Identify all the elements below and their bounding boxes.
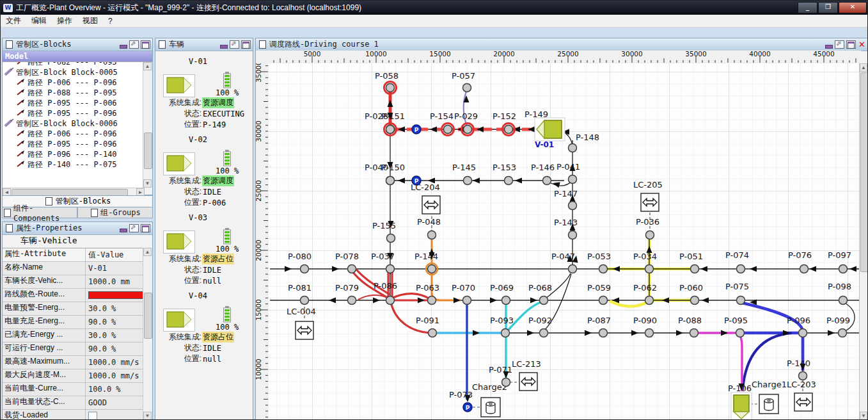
tree-item[interactable]: 路径 P-095 --- P-096 [3, 139, 143, 149]
map-node-label: P-060 [679, 283, 703, 293]
menu-item-4[interactable]: ? [103, 16, 118, 26]
panel-maximize-icon[interactable] [241, 40, 251, 49]
tree-item[interactable]: 路径 P-006 --- P-096 [3, 129, 143, 139]
scroll-thumb[interactable] [144, 133, 152, 169]
menu-item-0[interactable]: 文件 [1, 15, 26, 27]
scroll-up-icon[interactable]: ▲ [143, 62, 152, 70]
property-row[interactable]: 最大反向速度-M...1000.0 mm/s [3, 369, 143, 383]
map-node-label: P-058 [375, 71, 398, 81]
menu-item-1[interactable]: 编辑 [26, 15, 52, 27]
scroll-down-icon[interactable]: ▼ [143, 179, 152, 188]
state-value: IDLE [202, 188, 222, 197]
property-row[interactable]: 路线颜色-Route... [3, 289, 143, 302]
loaded-checkbox[interactable] [88, 412, 97, 420]
vehicle-entry-v-03[interactable]: V-03100 %系统集成:资源占位状态:IDLE位置:null [155, 211, 253, 289]
properties-scrollbar[interactable]: ▲ ▼ [143, 248, 152, 420]
parking-point-icon[interactable]: P [412, 125, 421, 134]
tree-item-label: 路径 P-006 --- P-096 [28, 129, 117, 140]
property-row[interactable]: 电量预警-Energ...30.0 % [3, 302, 143, 316]
page-icon [159, 40, 166, 49]
page-icon [259, 40, 266, 49]
map-canvas[interactable]: LC-004LC-204LC-205LC-213LC-203Charge2Cha… [269, 63, 861, 420]
vehicle-name: V-01 [155, 57, 253, 67]
model-root-node[interactable]: Model [3, 51, 152, 61]
panel-detach-icon[interactable] [129, 224, 139, 232]
tree-item[interactable]: 路径 P-088 --- P-095 [3, 88, 143, 98]
map-node-label: P-047 [551, 252, 575, 261]
property-row[interactable]: 载货-Loaded [3, 410, 143, 420]
property-attr: 最大反向速度-M... [3, 369, 86, 382]
tree-item[interactable]: 路径 P-095 --- P-096 [3, 108, 143, 118]
map-node-label: P-069 [490, 283, 514, 293]
properties-panel-header[interactable]: 属性-Properties [3, 222, 152, 235]
panel-minimize-icon[interactable] [825, 41, 833, 48]
ruler-x-label: 45000 [813, 51, 834, 58]
vehicle-entry-v-04[interactable]: V-04100 %系统集成:资源占位状态:IDLE位置:null [155, 289, 253, 368]
parking-point-icon[interactable]: P [412, 176, 421, 185]
properties-panel-title: 属性-Properties [16, 223, 82, 234]
property-row[interactable]: 已满充-Energy ...30.0 % [3, 329, 143, 343]
vehicle-entry-v-02[interactable]: V-02100 %系统集成:资源调度状态:IDLE位置:P-006 [155, 133, 253, 211]
scroll-thumb[interactable] [144, 293, 152, 339]
property-row[interactable]: 车辆长度-Vehic...1000.0 mm [3, 275, 143, 289]
vehicle-entry-v-01[interactable]: V-01100 %系统集成:资源调度状态:EXECUTING位置:P-149 [155, 55, 253, 133]
map-panel-header[interactable]: 调度路线-Driving course 1 ✕ [256, 38, 868, 51]
tree-item[interactable]: 路径 P-095 --- P-006 [3, 98, 143, 108]
map-node-label: P-140 [787, 359, 810, 368]
tree-item[interactable]: 路径 P-006 --- P-096 [3, 77, 143, 88]
property-row[interactable]: 当前电量状态-C...GOOD [3, 396, 143, 410]
scroll-down-icon[interactable]: ▼ [143, 412, 152, 420]
tree-item-label: 路径 P-095 --- P-096 [28, 139, 117, 150]
vehicle-state-row: 状态:IDLE [155, 343, 253, 353]
route-color-swatch[interactable] [88, 291, 143, 299]
panel-detach-icon[interactable] [129, 40, 139, 49]
battery-indicator: 100 % [216, 228, 239, 254]
blocks-panel-header[interactable]: 管制区-Blocks [3, 38, 152, 51]
panel-detach-icon[interactable] [230, 40, 239, 49]
property-row[interactable]: 最高速-Maximum...1000.0 mm/s [3, 356, 143, 369]
tree-item[interactable]: 路径 P-096 --- P-140 [3, 149, 143, 159]
panel-detach-icon[interactable] [835, 40, 844, 49]
property-row[interactable]: 名称-NameV-01 [3, 262, 143, 275]
vehicles-panel-header[interactable]: 车辆 [155, 38, 253, 51]
ruler-y-label: 15000 [256, 299, 262, 320]
ruler-x-label: 20000 [493, 51, 514, 58]
menu-item-3[interactable]: 视图 [77, 15, 103, 27]
tree-item[interactable]: 路径 P-140 --- P-075 [3, 159, 143, 170]
panel-minimize-icon[interactable] [219, 41, 228, 48]
property-value: V-01 [86, 262, 143, 275]
property-row[interactable]: 电量充足-Energ...90.0 % [3, 316, 143, 329]
scroll-up-icon[interactable]: ▲ [860, 63, 867, 72]
battery-icon [223, 306, 232, 323]
panel-maximize-icon[interactable] [846, 40, 856, 49]
property-row[interactable]: 可运行-Energy ...90.0 % [3, 343, 143, 356]
integration-label: 系统集成: [155, 175, 201, 186]
minimize-button[interactable]: _ [798, 2, 817, 13]
close-button[interactable]: ✕ [839, 2, 867, 13]
property-row[interactable]: 当前电量-Curre...100.0 % [3, 383, 143, 396]
map-panel-title: 调度路线-Driving course 1 [269, 39, 379, 50]
ruler-x-label: 40000 [749, 51, 770, 58]
map-vehicle-v-02[interactable]: V-02P-106 [728, 384, 752, 420]
title-bar[interactable]: W 工厂概览-Plant Overview - 运行模式 - "Map_999-… [1, 1, 868, 15]
state-label: 状态: [155, 108, 201, 119]
tree-vertical-scrollbar[interactable]: ▲ ▼ [143, 62, 152, 188]
panel-maximize-icon[interactable] [141, 224, 150, 232]
position-label: 位置: [155, 275, 201, 286]
map-node-label: P-090 [633, 316, 657, 325]
panel-maximize-icon[interactable] [141, 40, 150, 49]
tree-item[interactable]: 管制区-Block Block-0006 [3, 118, 143, 129]
map-vertical-scrollbar[interactable]: ▲ ▼ [859, 63, 868, 420]
panel-close-icon[interactable]: ✕ [858, 41, 866, 48]
restore-button[interactable]: ❐ [818, 2, 838, 13]
menu-item-2[interactable]: 操作 [52, 15, 77, 27]
scroll-down-icon[interactable]: ▼ [860, 412, 867, 420]
tab-groups[interactable]: 组-Groups [77, 207, 153, 218]
panel-minimize-icon[interactable] [119, 225, 127, 232]
scroll-up-icon[interactable]: ▲ [143, 248, 152, 256]
tab-components[interactable]: 组件-Components [2, 207, 77, 218]
map-svg[interactable]: LC-004LC-204LC-205LC-213LC-203Charge2Cha… [269, 63, 861, 420]
scroll-thumb[interactable] [860, 72, 868, 272]
tree-item[interactable]: 管制区-Block Block-0005 [3, 67, 143, 77]
panel-minimize-icon[interactable] [119, 41, 127, 48]
